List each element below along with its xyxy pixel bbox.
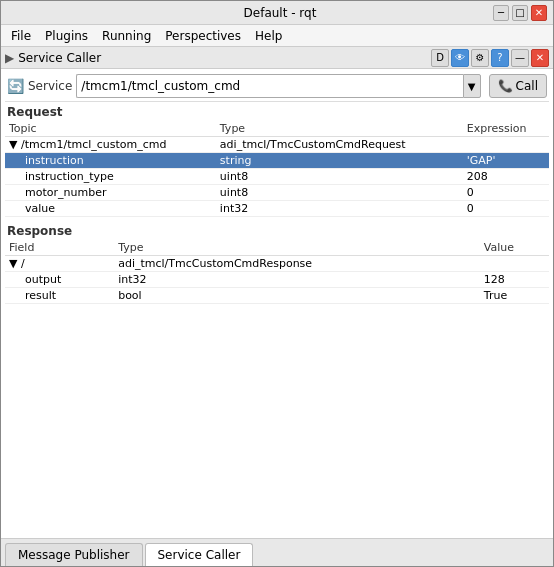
request-col-type: Type <box>216 121 463 137</box>
plugin-icon-dash[interactable]: — <box>511 49 529 67</box>
tab-message-publisher[interactable]: Message Publisher <box>5 543 143 566</box>
plugin-icon-info[interactable]: ? <box>491 49 509 67</box>
request-row[interactable]: motor_numberuint80 <box>5 185 549 201</box>
response-row[interactable]: resultboolTrue <box>5 288 549 304</box>
inner-content: 🔄 Service /tmcm1/tmcl_custom_cmd ▼ 📞 Cal… <box>1 69 553 538</box>
call-label: Call <box>516 79 538 93</box>
menu-file[interactable]: File <box>5 27 37 45</box>
request-header: Request <box>5 102 549 121</box>
response-table: Field Type Value ▼ /adi_tmcl/TmcCustomCm… <box>5 240 549 304</box>
service-label: Service <box>28 79 72 93</box>
request-cell-topic: instruction_type <box>5 169 216 185</box>
request-cell-expression[interactable] <box>463 137 549 153</box>
request-col-expression: Expression <box>463 121 549 137</box>
response-row[interactable]: outputint32128 <box>5 272 549 288</box>
plugin-title-area: ▶ Service Caller <box>5 51 101 65</box>
maximize-button[interactable]: □ <box>512 5 528 21</box>
main-window: Default - rqt ─ □ ✕ File Plugins Running… <box>0 0 554 567</box>
menu-help[interactable]: Help <box>249 27 288 45</box>
response-cell-value: 128 <box>480 272 549 288</box>
menu-bar: File Plugins Running Perspectives Help <box>1 25 553 47</box>
request-cell-topic: motor_number <box>5 185 216 201</box>
response-cell-type: int32 <box>114 272 480 288</box>
tab-service-caller[interactable]: Service Caller <box>145 543 254 566</box>
request-table: Topic Type Expression ▼ /tmcm1/tmcl_cust… <box>5 121 549 217</box>
response-cell-field: result <box>5 288 114 304</box>
request-cell-type: uint8 <box>216 169 463 185</box>
response-cell-type: adi_tmcl/TmcCustomCmdResponse <box>114 256 480 272</box>
request-cell-expression[interactable]: 0 <box>463 185 549 201</box>
request-row[interactable]: instructionstring'GAP' <box>5 153 549 169</box>
window-controls: ─ □ ✕ <box>493 5 547 21</box>
request-cell-topic: ▼ /tmcm1/tmcl_custom_cmd <box>5 137 216 153</box>
request-cell-expression[interactable]: 'GAP' <box>463 153 549 169</box>
menu-running[interactable]: Running <box>96 27 157 45</box>
request-cell-type: string <box>216 153 463 169</box>
service-dropdown-arrow[interactable]: ▼ <box>463 74 481 98</box>
response-col-value: Value <box>480 240 549 256</box>
plugin-icon-d[interactable]: D <box>431 49 449 67</box>
close-button[interactable]: ✕ <box>531 5 547 21</box>
response-cell-type: bool <box>114 288 480 304</box>
request-row[interactable]: instruction_typeuint8208 <box>5 169 549 185</box>
bottom-tabs: Message PublisherService Caller <box>1 538 553 566</box>
service-value[interactable]: /tmcm1/tmcl_custom_cmd <box>76 74 462 98</box>
minimize-button[interactable]: ─ <box>493 5 509 21</box>
response-row[interactable]: ▼ /adi_tmcl/TmcCustomCmdResponse <box>5 256 549 272</box>
request-cell-type: adi_tmcl/TmcCustomCmdRequest <box>216 137 463 153</box>
plugin-icon-close[interactable]: ✕ <box>531 49 549 67</box>
window-title: Default - rqt <box>67 6 493 20</box>
request-col-topic: Topic <box>5 121 216 137</box>
response-header: Response <box>5 221 549 240</box>
plugin-header: ▶ Service Caller D 👁 ⚙ ? — ✕ <box>1 47 553 69</box>
menu-perspectives[interactable]: Perspectives <box>159 27 247 45</box>
response-col-field: Field <box>5 240 114 256</box>
service-row: 🔄 Service /tmcm1/tmcl_custom_cmd ▼ 📞 Cal… <box>5 71 549 102</box>
request-cell-expression[interactable]: 0 <box>463 201 549 217</box>
call-icon: 📞 <box>498 79 513 93</box>
request-cell-topic: instruction <box>5 153 216 169</box>
response-cell-value: True <box>480 288 549 304</box>
plugin-title-label: Service Caller <box>18 51 101 65</box>
service-input-area: /tmcm1/tmcl_custom_cmd ▼ <box>76 74 480 98</box>
request-cell-type: int32 <box>216 201 463 217</box>
plugin-icon-eye[interactable]: 👁 <box>451 49 469 67</box>
menu-plugins[interactable]: Plugins <box>39 27 94 45</box>
response-cell-field: output <box>5 272 114 288</box>
request-row[interactable]: ▼ /tmcm1/tmcl_custom_cmdadi_tmcl/TmcCust… <box>5 137 549 153</box>
request-row[interactable]: valueint320 <box>5 201 549 217</box>
request-cell-expression[interactable]: 208 <box>463 169 549 185</box>
plugin-icon-gear[interactable]: ⚙ <box>471 49 489 67</box>
title-bar: Default - rqt ─ □ ✕ <box>1 1 553 25</box>
request-section: Request Topic Type Expression ▼ /tmcm1/t… <box>5 102 549 217</box>
plugin-expand-arrow[interactable]: ▶ <box>5 51 14 65</box>
call-button[interactable]: 📞 Call <box>489 74 547 98</box>
response-cell-field: ▼ / <box>5 256 114 272</box>
response-cell-value <box>480 256 549 272</box>
content-area: 🔄 Service /tmcm1/tmcl_custom_cmd ▼ 📞 Cal… <box>1 69 553 566</box>
refresh-icon[interactable]: 🔄 <box>7 78 24 94</box>
response-section: Response Field Type Value ▼ /adi_tmcl/Tm… <box>5 221 549 304</box>
request-cell-topic: value <box>5 201 216 217</box>
request-cell-type: uint8 <box>216 185 463 201</box>
plugin-header-icons: D 👁 ⚙ ? — ✕ <box>431 49 549 67</box>
response-col-type: Type <box>114 240 480 256</box>
